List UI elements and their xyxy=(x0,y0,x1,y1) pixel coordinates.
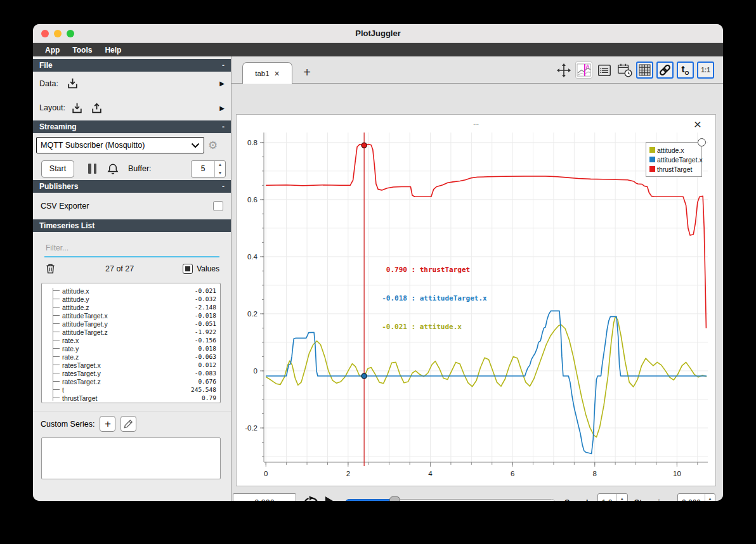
timeseries-row[interactable]: ratesTarget.x0.012 xyxy=(47,361,216,369)
csv-exporter-row: CSV Exporter xyxy=(33,193,231,219)
zoom-window-button[interactable] xyxy=(67,30,74,37)
tab-close-icon[interactable]: × xyxy=(275,69,280,78)
close-window-button[interactable] xyxy=(41,30,49,37)
slider-handle[interactable] xyxy=(389,496,400,502)
data-menu-arrow-icon[interactable]: ▶ xyxy=(219,80,225,87)
datetime-button[interactable] xyxy=(616,62,633,79)
edit-custom-series-button[interactable] xyxy=(121,416,136,432)
tracker-line-attitude: -0.021 : attitude.x xyxy=(382,322,487,332)
grid-layout-button[interactable] xyxy=(636,62,653,79)
timeseries-row[interactable]: rate.z-0.063 xyxy=(47,353,216,361)
x-tick-label: 4 xyxy=(428,470,433,477)
collapse-icon[interactable]: - xyxy=(222,122,225,131)
timeseries-count: 27 of 27 xyxy=(56,264,183,273)
loop-icon[interactable] xyxy=(303,495,319,501)
layout-menu-arrow-icon[interactable]: ▶ xyxy=(219,105,225,112)
timeseries-row[interactable]: ratesTarget.z0.676 xyxy=(47,377,216,385)
tracker-dot xyxy=(362,373,367,379)
timeseries-section-title: Timeseries List xyxy=(39,221,94,230)
streaming-source-select[interactable]: MQTT Subscriber (Mosquitto) xyxy=(36,137,204,153)
timeseries-value: -0.156 xyxy=(195,337,216,344)
timeseries-row[interactable]: t245.548 xyxy=(47,385,216,394)
streaming-section-header[interactable]: Streaming - xyxy=(33,120,231,133)
plot-title[interactable]: ... xyxy=(237,119,715,126)
current-time-field[interactable]: 2.390 xyxy=(233,493,296,501)
tab-label: tab1 xyxy=(255,70,269,77)
legend-item[interactable]: attitude.x xyxy=(649,145,698,155)
start-button[interactable]: Start xyxy=(41,160,74,178)
legend[interactable]: attitude.x attitudeTarget.x thrustTarget xyxy=(646,142,702,177)
collapse-icon[interactable]: - xyxy=(222,61,225,70)
menu-app[interactable]: App xyxy=(39,44,65,56)
timeseries-row[interactable]: attitude.y-0.032 xyxy=(47,295,216,303)
pan-zoom-button[interactable] xyxy=(555,62,572,79)
filter-input[interactable] xyxy=(44,241,219,257)
trash-icon[interactable] xyxy=(44,262,56,275)
app-window: PlotJuggler App Tools Help File - Data: … xyxy=(33,24,723,501)
legend-item[interactable]: attitudeTarget.x xyxy=(649,155,698,164)
collapse-icon[interactable]: - xyxy=(222,182,225,191)
timeseries-row[interactable]: attitudeTarget.z-1.922 xyxy=(47,328,216,336)
menu-tools[interactable]: Tools xyxy=(67,44,98,56)
buffer-spinbox[interactable]: 5 ▲▼ xyxy=(191,160,226,178)
step-size-spinbox[interactable]: 0.000 ▲▼ xyxy=(677,493,715,501)
legend-label: attitude.x xyxy=(657,146,684,154)
timeseries-name: attitude.z xyxy=(62,304,195,311)
spin-up-icon[interactable]: ▲ xyxy=(617,494,627,501)
timeseries-row[interactable]: ratesTarget.y-0.083 xyxy=(47,369,216,377)
y-tick-label: 0 xyxy=(254,367,257,375)
timeseries-list[interactable]: attitude.x-0.021attitude.y-0.032attitude… xyxy=(41,283,221,403)
timeseries-row[interactable]: attitudeTarget.y-0.051 xyxy=(47,320,216,328)
play-button[interactable] xyxy=(325,496,336,501)
tracker-style-button[interactable]: A xyxy=(575,62,592,79)
menu-bar: App Tools Help xyxy=(33,43,723,56)
link-axes-button[interactable] xyxy=(656,62,674,79)
custom-series-list[interactable] xyxy=(41,437,221,479)
ratio-button[interactable]: 1:1 xyxy=(697,62,714,79)
publishers-section-header[interactable]: Publishers - xyxy=(33,180,231,193)
timeseries-name: attitude.x xyxy=(62,287,195,295)
timeseries-row[interactable]: attitudeTarget.x-0.018 xyxy=(47,311,216,320)
load-data-icon[interactable] xyxy=(66,77,79,90)
spin-up-icon[interactable]: ▲ xyxy=(705,494,715,501)
tracker-dot xyxy=(362,143,367,148)
values-checkbox[interactable] xyxy=(183,264,193,274)
plot-close-icon[interactable]: × xyxy=(694,117,701,131)
file-section-header[interactable]: File - xyxy=(33,59,231,72)
timeseries-row[interactable]: rate.y0.018 xyxy=(47,344,216,353)
timeseries-row[interactable]: thrustTarget0.79 xyxy=(47,394,216,402)
tab-tab1[interactable]: tab1 × xyxy=(242,62,292,84)
save-layout-icon[interactable] xyxy=(90,101,103,115)
notifications-bell-icon[interactable] xyxy=(107,162,119,176)
csv-exporter-checkbox[interactable] xyxy=(213,201,223,211)
timeseries-section-header[interactable]: Timeseries List xyxy=(33,219,231,232)
streaming-settings-gear-icon[interactable]: ⚙ xyxy=(208,140,218,151)
speed-spinbox[interactable]: 1.0 ▲▼ xyxy=(597,493,628,501)
legend-grip-handle[interactable] xyxy=(698,138,706,146)
legend-item[interactable]: thrustTarget xyxy=(649,164,698,174)
timeseries-value: -1.922 xyxy=(195,328,216,335)
spin-down-icon[interactable]: ▼ xyxy=(215,169,225,177)
slider-fill xyxy=(345,499,394,502)
timeseries-row[interactable]: rate.x-0.156 xyxy=(47,336,216,344)
load-layout-icon[interactable] xyxy=(70,101,84,115)
time-offset-button[interactable]: tO xyxy=(677,62,694,79)
grid-icon xyxy=(639,64,651,76)
move-arrows-icon xyxy=(556,63,571,78)
timeline-slider[interactable] xyxy=(345,499,556,502)
spin-up-icon[interactable]: ▲ xyxy=(215,161,225,169)
curve-list-button[interactable] xyxy=(596,62,613,79)
minimize-window-button[interactable] xyxy=(54,30,62,37)
plot-toolbar: A tO 1:1 xyxy=(555,62,714,79)
timeseries-row[interactable]: attitude.x-0.021 xyxy=(47,287,216,295)
layout-row: Layout: ▶ xyxy=(33,95,231,120)
add-tab-button[interactable]: + xyxy=(299,64,315,81)
pause-icon[interactable] xyxy=(88,164,96,174)
menu-help[interactable]: Help xyxy=(99,44,127,56)
timeseries-row[interactable]: attitude.z-2.148 xyxy=(47,303,216,311)
add-custom-series-button[interactable]: + xyxy=(100,416,115,432)
t0-icon: tO xyxy=(681,64,689,76)
publishers-section-title: Publishers xyxy=(39,182,78,191)
y-tick-label: 0.2 xyxy=(247,310,257,318)
timeseries-name: rate.z xyxy=(62,353,195,361)
